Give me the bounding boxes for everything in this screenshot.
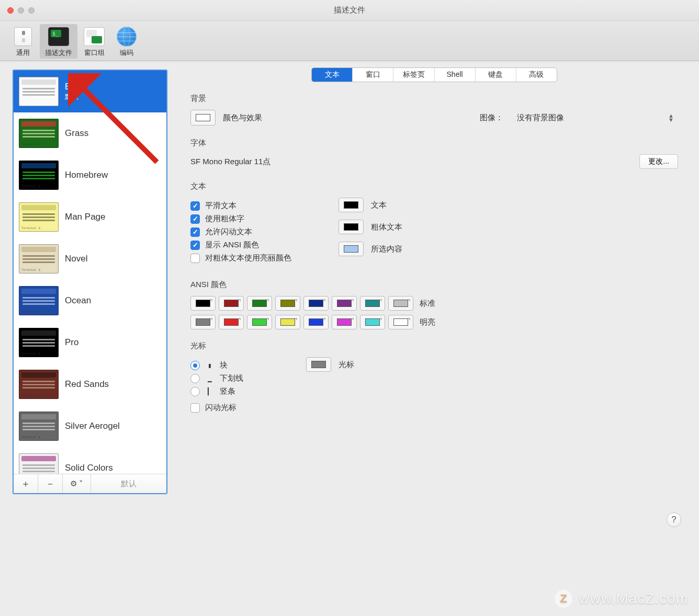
ansi-color-0-4[interactable] — [303, 296, 329, 311]
tab-Shell[interactable]: Shell — [435, 68, 476, 82]
section-font: 字体 — [190, 138, 678, 148]
settings-tabs: 文本窗口标签页Shell键盘高级 — [311, 67, 557, 82]
profile-item-novel[interactable]: Terminal $Novel — [14, 238, 166, 280]
ansi-color-0-6[interactable] — [360, 296, 385, 311]
profiles-sidebar: Terminal $Basic默认Terminal $GrassTerminal… — [13, 70, 167, 494]
default-profile-label[interactable]: 默认 — [91, 474, 166, 493]
toolbar-tab-window-groups[interactable]: 窗口组 — [78, 24, 110, 59]
text-checkbox-label: 平滑文本 — [205, 201, 236, 211]
profile-thumbnail: Terminal $ — [19, 286, 59, 315]
profile-name: Man Page — [65, 212, 106, 222]
zoom-window-button[interactable] — [28, 7, 35, 14]
ansi-color-1-3[interactable] — [275, 315, 300, 329]
blink-cursor-label: 闪动光标 — [205, 403, 236, 413]
profile-thumbnail: Terminal $ — [19, 202, 59, 232]
globe-icon — [116, 26, 137, 47]
cursor-radio-0[interactable] — [190, 361, 200, 370]
profile-thumbnail: Terminal $ — [19, 161, 59, 190]
section-background: 背景 — [190, 94, 678, 104]
ansi-color-0-1[interactable] — [219, 296, 244, 311]
profile-name: Solid Colors — [65, 463, 113, 473]
change-font-button[interactable]: 更改... — [639, 154, 678, 169]
text-checkbox-label: 允许闪动文本 — [205, 227, 252, 237]
ansi-color-1-0[interactable] — [190, 315, 216, 329]
help-button[interactable]: ? — [667, 512, 681, 527]
ansi-color-1-7[interactable] — [388, 315, 413, 329]
tab-键盘[interactable]: 键盘 — [476, 68, 516, 82]
text-checkbox-0[interactable] — [190, 201, 200, 211]
profile-thumbnail: Terminal $ — [19, 244, 59, 273]
ansi-color-0-7[interactable] — [388, 296, 413, 311]
background-image-dropdown[interactable]: 没有背景图像 ▲▼ — [511, 110, 678, 125]
cursor-sample-icon: ▮ — [206, 361, 213, 369]
sidebar-footer: ＋ － ⚙︎ ˅ 默认 — [14, 474, 166, 493]
tab-文本[interactable]: 文本 — [312, 68, 353, 82]
profile-item-grass[interactable]: Terminal $Grass — [14, 112, 166, 154]
ansi-color-1-2[interactable] — [247, 315, 272, 329]
section-cursor: 光标 — [190, 341, 678, 351]
section-text: 文本 — [190, 181, 678, 191]
text-checkbox-3[interactable] — [190, 241, 200, 250]
text-checkbox-1[interactable] — [190, 214, 200, 224]
profile-item-ocean[interactable]: Terminal $Ocean — [14, 280, 166, 322]
profile-actions-menu[interactable]: ⚙︎ ˅ — [63, 474, 91, 493]
switch-icon — [13, 26, 33, 47]
tab-窗口[interactable]: 窗口 — [353, 68, 393, 82]
ansi-color-1-5[interactable] — [332, 315, 357, 329]
cursor-radio-label: 竖条 — [220, 386, 235, 396]
profile-item-redsands[interactable]: Terminal $Red Sands — [14, 363, 166, 405]
toolbar-tab-profiles[interactable]: $_ 描述文件 — [40, 24, 77, 59]
ansi-color-1-1[interactable] — [219, 315, 244, 329]
profile-name: Pro — [65, 337, 78, 348]
toolbar-tab-encoding[interactable]: 编码 — [111, 24, 142, 59]
profile-thumbnail: Terminal $ — [19, 119, 59, 148]
text-color-well-2[interactable] — [339, 242, 364, 256]
profile-thumbnail: Terminal $ — [19, 77, 59, 106]
text-checkbox-label: 使用粗体字 — [205, 214, 244, 224]
text-checkbox-4[interactable] — [190, 254, 200, 263]
watermark-badge: Z — [555, 590, 572, 608]
profile-item-silver[interactable]: Terminal $Silver Aerogel — [14, 405, 166, 447]
ansi-color-0-2[interactable] — [247, 296, 272, 311]
color-well-label: 所选内容 — [371, 244, 402, 254]
cursor-color-well[interactable] — [306, 357, 331, 372]
ansi-color-0-3[interactable] — [275, 296, 300, 311]
minimize-window-button[interactable] — [18, 7, 24, 14]
close-window-button[interactable] — [7, 7, 14, 14]
updown-arrows-icon: ▲▼ — [668, 113, 674, 122]
cursor-radio-label: 块 — [220, 360, 228, 370]
profile-name: Basic — [65, 82, 87, 92]
profile-item-basic[interactable]: Terminal $Basic默认 — [14, 71, 166, 112]
window-group-icon — [84, 26, 105, 47]
profile-thumbnail: Terminal $ — [19, 412, 59, 441]
profile-item-manpage[interactable]: Terminal $Man Page — [14, 196, 166, 238]
cursor-radio-2[interactable] — [190, 387, 200, 396]
profile-item-solid[interactable]: Terminal $Solid Colors — [14, 447, 166, 474]
remove-profile-button[interactable]: － — [38, 474, 63, 493]
terminal-profile-icon: $_ — [48, 26, 69, 47]
background-color-well[interactable] — [190, 110, 216, 126]
profiles-list[interactable]: Terminal $Basic默认Terminal $GrassTerminal… — [14, 71, 166, 474]
cursor-sample-icon: ▎ — [206, 387, 213, 395]
text-checkbox-2[interactable] — [190, 227, 200, 237]
toolbar-tab-general[interactable]: 通用 — [7, 24, 39, 59]
cursor-radio-1[interactable] — [190, 374, 200, 383]
tab-高级[interactable]: 高级 — [516, 68, 557, 82]
ansi-color-0-0[interactable] — [190, 296, 216, 311]
profile-item-pro[interactable]: Terminal $Pro — [14, 322, 166, 363]
text-color-well-0[interactable] — [339, 198, 364, 212]
profile-thumbnail: Terminal $ — [19, 328, 59, 357]
blink-cursor-checkbox[interactable] — [190, 403, 200, 413]
window-title: 描述文件 — [0, 5, 699, 15]
tab-标签页[interactable]: 标签页 — [393, 68, 434, 82]
profile-item-homebrew[interactable]: Terminal $Homebrew — [14, 154, 166, 196]
text-checkbox-label: 显示 ANSI 颜色 — [205, 240, 259, 250]
profile-name: Novel — [65, 254, 87, 264]
watermark: Z www.MacZ.com — [555, 590, 689, 608]
ansi-color-0-5[interactable] — [332, 296, 357, 311]
profile-thumbnail: Terminal $ — [19, 370, 59, 399]
ansi-color-1-6[interactable] — [360, 315, 385, 329]
text-color-well-1[interactable] — [339, 220, 364, 234]
ansi-color-1-4[interactable] — [303, 315, 329, 329]
add-profile-button[interactable]: ＋ — [14, 474, 38, 493]
